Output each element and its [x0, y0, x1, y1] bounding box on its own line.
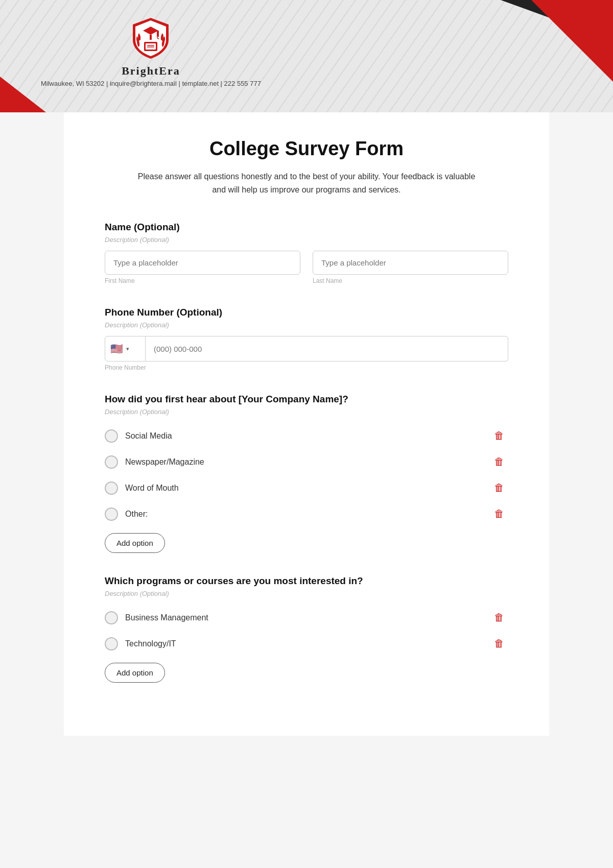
radio-option-newspaper: Newspaper/Magazine 🗑 [105, 449, 508, 475]
last-name-sublabel: Last Name [313, 277, 508, 284]
delete-social-media-button[interactable]: 🗑 [490, 428, 508, 444]
delete-other-button[interactable]: 🗑 [490, 506, 508, 522]
form-title: College Survey Form [105, 138, 508, 160]
radio-option-technology: Technology/IT 🗑 [105, 631, 508, 657]
section-hear-label: How did you first hear about [Your Compa… [105, 394, 508, 405]
delete-technology-button[interactable]: 🗑 [490, 636, 508, 652]
delete-business-button[interactable]: 🗑 [490, 610, 508, 625]
radio-circle-other[interactable] [105, 508, 118, 521]
radio-circle-technology[interactable] [105, 637, 118, 650]
radio-circle-business[interactable] [105, 611, 118, 624]
phone-sublabel: Phone Number [105, 364, 508, 371]
delete-newspaper-button[interactable]: 🗑 [490, 454, 508, 470]
section-name-desc: Description (Optional) [105, 236, 508, 244]
radio-label-technology: Technology/IT [125, 639, 176, 648]
logo-area: BrightEra Milwaukee, WI 53202 | inquire@… [41, 15, 261, 87]
form-container: College Survey Form Please answer all qu… [64, 112, 549, 736]
add-option-hear-button[interactable]: Add option [105, 533, 165, 553]
header-triangle-red-left [0, 77, 46, 112]
section-phone-label: Phone Number (Optional) [105, 307, 508, 318]
logo-address: Milwaukee, WI 53202 | inquire@brightera.… [41, 80, 261, 87]
last-name-input[interactable] [313, 251, 508, 275]
delete-word-of-mouth-button[interactable]: 🗑 [490, 480, 508, 496]
section-name-label: Name (Optional) [105, 222, 508, 233]
phone-row: 🇺🇸 ▾ [105, 336, 508, 361]
header-triangle-red [531, 0, 613, 82]
section-programs: Which programs or courses are you most i… [105, 575, 508, 683]
logo-name: BrightEra [122, 64, 180, 78]
radio-option-word-of-mouth: Word of Mouth 🗑 [105, 475, 508, 501]
section-programs-desc: Description (Optional) [105, 590, 508, 597]
radio-label-newspaper: Newspaper/Magazine [125, 457, 204, 467]
section-name: Name (Optional) Description (Optional) F… [105, 222, 508, 284]
svg-rect-1 [150, 35, 152, 40]
section-hear-about: How did you first hear about [Your Compa… [105, 394, 508, 553]
name-fields-row: First Name Last Name [105, 251, 508, 284]
add-option-programs-button[interactable]: Add option [105, 663, 165, 683]
radio-label-business: Business Management [125, 613, 208, 622]
radio-label-other: Other: [125, 510, 148, 519]
first-name-wrap: First Name [105, 251, 300, 284]
radio-circle-social-media[interactable] [105, 429, 118, 443]
chevron-down-icon: ▾ [126, 346, 129, 352]
svg-rect-4 [146, 43, 156, 50]
radio-option-other: Other: 🗑 [105, 501, 508, 527]
radio-label-social-media: Social Media [125, 431, 172, 441]
section-programs-label: Which programs or courses are you most i… [105, 575, 508, 587]
phone-input[interactable] [146, 336, 508, 361]
svg-rect-2 [157, 31, 159, 37]
section-hear-desc: Description (Optional) [105, 408, 508, 416]
radio-option-business: Business Management 🗑 [105, 605, 508, 631]
section-phone-desc: Description (Optional) [105, 321, 508, 329]
first-name-sublabel: First Name [105, 277, 300, 284]
radio-option-social-media: Social Media 🗑 [105, 423, 508, 449]
last-name-wrap: Last Name [313, 251, 508, 284]
logo-shield-icon [128, 15, 174, 61]
section-phone: Phone Number (Optional) Description (Opt… [105, 307, 508, 371]
radio-circle-newspaper[interactable] [105, 455, 118, 469]
radio-circle-word-of-mouth[interactable] [105, 481, 118, 495]
first-name-input[interactable] [105, 251, 300, 275]
radio-label-word-of-mouth: Word of Mouth [125, 484, 179, 493]
us-flag-icon: 🇺🇸 [110, 343, 123, 355]
phone-country-selector[interactable]: 🇺🇸 ▾ [105, 336, 146, 361]
page-header: BrightEra Milwaukee, WI 53202 | inquire@… [0, 0, 613, 112]
form-subtitle: Please answer all questions honestly and… [133, 170, 480, 196]
